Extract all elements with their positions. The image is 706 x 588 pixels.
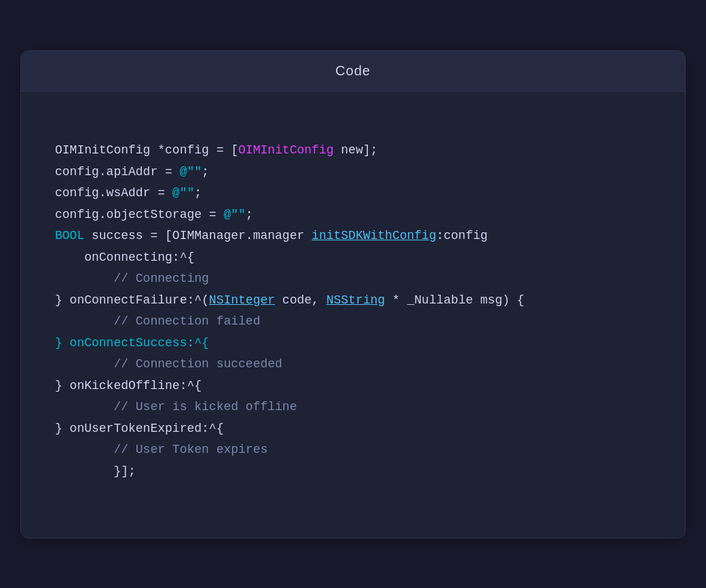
code-line-1b: new]; <box>333 143 377 157</box>
code-line-4b: ; <box>246 208 253 221</box>
code-line-14: } onUserTokenExpired:^{ <box>55 422 223 435</box>
card-title: Code <box>335 63 371 78</box>
card-header: Code <box>21 51 685 92</box>
code-comment-token: // User Token expires <box>55 443 267 456</box>
code-comment-failed: // Connection failed <box>55 314 260 328</box>
code-line-3: config.wsAddr = <box>55 186 172 200</box>
code-line-2: config.apiAddr = <box>55 165 180 179</box>
code-line-5b: :config <box>436 229 488 242</box>
code-line-8: } onConnectFailure:^( <box>55 293 209 307</box>
code-api-addr-value: @"" <box>180 165 202 179</box>
code-line-16: }]; <box>55 464 136 478</box>
code-on-connect-success: } onConnectSuccess:^{ <box>55 336 209 350</box>
code-line-4: config.objectStorage = <box>55 208 223 221</box>
code-line-5: success = [OIMManager.manager <box>84 229 312 242</box>
code-line-8b: code, <box>275 293 327 307</box>
code-line-3b: ; <box>194 186 202 200</box>
code-line-12: } onKickedOffline:^{ <box>55 379 202 392</box>
code-ws-addr-value: @"" <box>172 186 194 200</box>
code-card: Code OIMInitConfig *config = [OIMInitCon… <box>20 50 686 538</box>
card-body: OIMInitConfig *config = [OIMInitConfig n… <box>21 92 685 538</box>
code-oiminitconfig-class: OIMInitConfig <box>238 143 333 157</box>
code-comment-succeeded: // Connection succeeded <box>55 357 282 371</box>
code-line-1: OIMInitConfig *config = [ <box>55 143 238 157</box>
code-initsdk-method: initSDKWithConfig <box>312 229 436 242</box>
code-line-8c: * _Nullable msg) { <box>385 293 524 307</box>
code-line-6: onConnecting:^{ <box>55 251 194 264</box>
code-line-2b: ; <box>202 165 209 179</box>
code-nsinteger-type: NSInteger <box>209 293 275 307</box>
code-bool-keyword: BOOL <box>55 229 84 242</box>
code-comment-connecting: // Connecting <box>55 272 209 285</box>
code-comment-kicked: // User is kicked offline <box>55 400 297 414</box>
code-nsstring-type: NSString <box>327 293 385 307</box>
code-object-storage-value: @"" <box>223 208 245 221</box>
code-block: OIMInitConfig *config = [OIMInitConfig n… <box>55 119 651 504</box>
